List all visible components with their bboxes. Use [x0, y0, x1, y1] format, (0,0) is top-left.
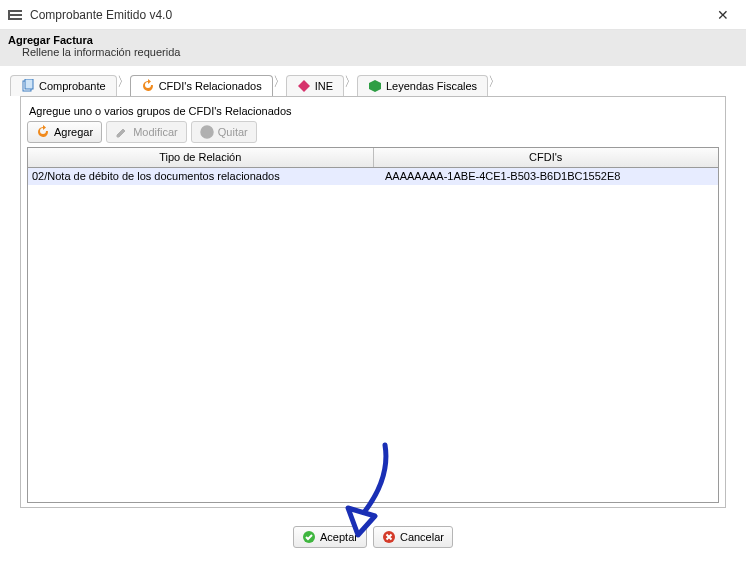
- header-section: Agregar Factura Rellene la información r…: [0, 30, 746, 66]
- app-icon: [8, 7, 24, 23]
- tab-ine[interactable]: INE: [286, 75, 344, 96]
- add-button[interactable]: Agregar: [27, 121, 102, 143]
- tab-panel: Agregue uno o varios grupos de CFDI's Re…: [20, 96, 726, 508]
- check-circle-icon: [302, 530, 316, 544]
- header-title: Agregar Factura: [8, 34, 738, 46]
- tab-divider: 〉: [117, 73, 130, 91]
- tab-label: Comprobante: [39, 80, 106, 92]
- tab-label: INE: [315, 80, 333, 92]
- button-label: Cancelar: [400, 531, 444, 543]
- column-header-cfdis[interactable]: CFDI's: [374, 148, 719, 167]
- tab-divider: 〉: [273, 73, 286, 91]
- tab-divider: 〉: [488, 73, 501, 91]
- svg-rect-7: [203, 131, 210, 133]
- edit-button: Modificar: [106, 121, 187, 143]
- doc-stack-icon: [21, 79, 35, 93]
- tag-green-icon: [368, 79, 382, 93]
- svg-rect-5: [25, 79, 33, 89]
- tab-label: CFDI's Relacionados: [159, 80, 262, 92]
- tab-label: Leyendas Fiscales: [386, 80, 477, 92]
- pencil-icon: [115, 125, 129, 139]
- window-title: Comprobante Emitido v4.0: [30, 8, 172, 22]
- dialog-footer: Aceptar Cancelar: [0, 508, 746, 556]
- accept-button[interactable]: Aceptar: [293, 526, 367, 548]
- cell-tipo: 02/Nota de débito de los documentos rela…: [28, 168, 365, 185]
- toolbar: Agregar Modificar Quitar: [27, 121, 719, 143]
- tab-strip: Comprobante 〉 CFDI's Relacionados 〉 INE …: [10, 72, 736, 96]
- tab-leyendas-fiscales[interactable]: Leyendas Fiscales: [357, 75, 488, 96]
- refresh-orange-icon: [36, 125, 50, 139]
- table-body: 02/Nota de débito de los documentos rela…: [28, 168, 718, 502]
- header-subtitle: Rellene la información requerida: [8, 46, 738, 58]
- refresh-orange-icon: [141, 79, 155, 93]
- button-label: Quitar: [218, 126, 248, 138]
- button-label: Modificar: [133, 126, 178, 138]
- svg-rect-3: [8, 10, 10, 20]
- minus-circle-icon: [200, 125, 214, 139]
- tab-divider: 〉: [344, 73, 357, 91]
- remove-button: Quitar: [191, 121, 257, 143]
- diamond-pink-icon: [297, 79, 311, 93]
- cancel-button[interactable]: Cancelar: [373, 526, 453, 548]
- column-header-tipo[interactable]: Tipo de Relación: [28, 148, 374, 167]
- table-header: Tipo de Relación CFDI's: [28, 148, 718, 168]
- svg-rect-1: [10, 14, 22, 16]
- svg-rect-0: [10, 10, 22, 12]
- tab-cfdis-relacionados[interactable]: CFDI's Relacionados: [130, 75, 273, 96]
- relations-table: Tipo de Relación CFDI's 02/Nota de débit…: [27, 147, 719, 503]
- svg-rect-2: [10, 18, 22, 20]
- titlebar: Comprobante Emitido v4.0 ✕: [0, 0, 746, 30]
- close-button[interactable]: ✕: [708, 3, 738, 27]
- cell-cfdi: AAAAAAAA-1ABE-4CE1-B503-B6D1BC1552E8: [365, 168, 718, 185]
- button-label: Agregar: [54, 126, 93, 138]
- instruction-text: Agregue uno o varios grupos de CFDI's Re…: [29, 105, 717, 117]
- tab-comprobante[interactable]: Comprobante: [10, 75, 117, 96]
- x-circle-icon: [382, 530, 396, 544]
- button-label: Aceptar: [320, 531, 358, 543]
- table-row[interactable]: 02/Nota de débito de los documentos rela…: [28, 168, 718, 185]
